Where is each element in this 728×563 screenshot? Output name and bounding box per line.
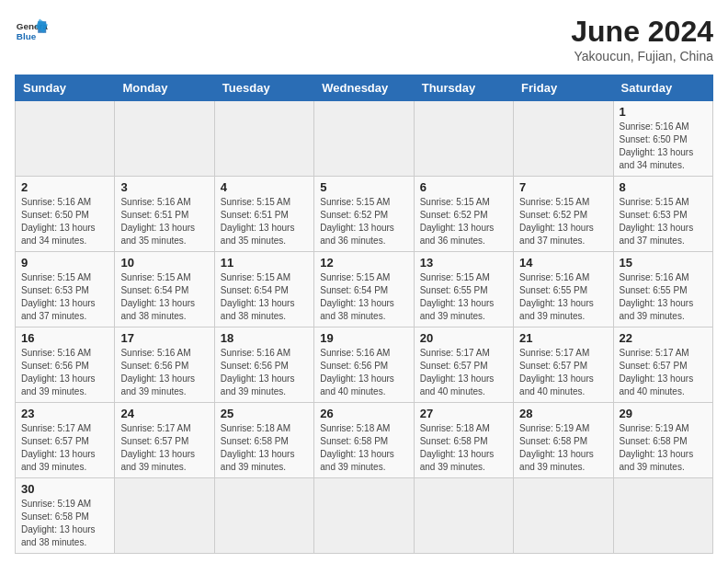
calendar-cell bbox=[414, 478, 513, 554]
weekday-header-monday: Monday bbox=[115, 75, 214, 101]
day-detail: Sunrise: 5:16 AM Sunset: 6:56 PM Dayligh… bbox=[221, 347, 308, 398]
day-number: 4 bbox=[221, 180, 308, 194]
calendar-cell: 3Sunrise: 5:16 AM Sunset: 6:51 PM Daylig… bbox=[115, 177, 214, 252]
day-number: 16 bbox=[21, 331, 108, 345]
day-detail: Sunrise: 5:16 AM Sunset: 6:50 PM Dayligh… bbox=[620, 121, 707, 172]
day-detail: Sunrise: 5:17 AM Sunset: 6:57 PM Dayligh… bbox=[519, 347, 607, 398]
day-detail: Sunrise: 5:15 AM Sunset: 6:52 PM Dayligh… bbox=[320, 196, 407, 247]
calendar-cell: 5Sunrise: 5:15 AM Sunset: 6:52 PM Daylig… bbox=[314, 177, 414, 252]
day-number: 14 bbox=[519, 256, 607, 270]
day-number: 2 bbox=[21, 180, 108, 194]
day-number: 17 bbox=[120, 331, 208, 345]
day-number: 25 bbox=[221, 407, 308, 420]
day-number: 5 bbox=[320, 180, 407, 194]
day-number: 11 bbox=[221, 256, 308, 270]
day-number: 24 bbox=[120, 407, 208, 420]
calendar-cell: 17Sunrise: 5:16 AM Sunset: 6:56 PM Dayli… bbox=[115, 327, 214, 403]
day-number: 27 bbox=[420, 407, 507, 420]
day-number: 29 bbox=[620, 407, 707, 420]
calendar-cell: 21Sunrise: 5:17 AM Sunset: 6:57 PM Dayli… bbox=[514, 327, 613, 403]
day-detail: Sunrise: 5:16 AM Sunset: 6:55 PM Dayligh… bbox=[519, 271, 607, 323]
svg-text:Blue: Blue bbox=[17, 31, 37, 41]
weekday-header-friday: Friday bbox=[514, 75, 613, 101]
day-detail: Sunrise: 5:16 AM Sunset: 6:56 PM Dayligh… bbox=[320, 347, 407, 398]
calendar-cell bbox=[514, 478, 613, 554]
calendar-cell bbox=[115, 101, 214, 177]
calendar-cell: 9Sunrise: 5:15 AM Sunset: 6:53 PM Daylig… bbox=[16, 252, 115, 327]
calendar-cell bbox=[314, 101, 414, 177]
calendar-cell: 19Sunrise: 5:16 AM Sunset: 6:56 PM Dayli… bbox=[314, 327, 414, 403]
calendar-cell: 22Sunrise: 5:17 AM Sunset: 6:57 PM Dayli… bbox=[613, 327, 712, 403]
calendar-cell: 16Sunrise: 5:16 AM Sunset: 6:56 PM Dayli… bbox=[16, 327, 115, 403]
day-detail: Sunrise: 5:19 AM Sunset: 6:58 PM Dayligh… bbox=[21, 498, 108, 549]
calendar-cell bbox=[514, 101, 613, 177]
calendar-cell: 23Sunrise: 5:17 AM Sunset: 6:57 PM Dayli… bbox=[16, 403, 115, 478]
calendar-cell: 27Sunrise: 5:18 AM Sunset: 6:58 PM Dayli… bbox=[414, 403, 513, 478]
weekday-header-row: SundayMondayTuesdayWednesdayThursdayFrid… bbox=[16, 75, 713, 101]
day-number: 1 bbox=[620, 105, 707, 119]
day-detail: Sunrise: 5:15 AM Sunset: 6:51 PM Dayligh… bbox=[221, 196, 308, 247]
calendar-cell: 7Sunrise: 5:15 AM Sunset: 6:52 PM Daylig… bbox=[514, 177, 613, 252]
day-number: 23 bbox=[21, 407, 108, 420]
day-detail: Sunrise: 5:19 AM Sunset: 6:58 PM Dayligh… bbox=[620, 422, 707, 474]
week-row-1: 1Sunrise: 5:16 AM Sunset: 6:50 PM Daylig… bbox=[16, 101, 713, 177]
day-detail: Sunrise: 5:19 AM Sunset: 6:58 PM Dayligh… bbox=[519, 422, 607, 474]
calendar-cell: 13Sunrise: 5:15 AM Sunset: 6:55 PM Dayli… bbox=[414, 252, 513, 327]
weekday-header-wednesday: Wednesday bbox=[314, 75, 414, 101]
calendar-cell bbox=[16, 101, 115, 177]
day-number: 28 bbox=[519, 407, 607, 420]
calendar-cell: 4Sunrise: 5:15 AM Sunset: 6:51 PM Daylig… bbox=[214, 177, 313, 252]
calendar-table: SundayMondayTuesdayWednesdayThursdayFrid… bbox=[15, 75, 713, 554]
day-number: 19 bbox=[320, 331, 407, 345]
day-number: 3 bbox=[120, 180, 208, 194]
day-detail: Sunrise: 5:16 AM Sunset: 6:51 PM Dayligh… bbox=[120, 196, 208, 247]
calendar-cell: 18Sunrise: 5:16 AM Sunset: 6:56 PM Dayli… bbox=[214, 327, 313, 403]
day-detail: Sunrise: 5:15 AM Sunset: 6:52 PM Dayligh… bbox=[519, 196, 607, 247]
calendar-cell: 30Sunrise: 5:19 AM Sunset: 6:58 PM Dayli… bbox=[16, 478, 115, 554]
day-detail: Sunrise: 5:15 AM Sunset: 6:54 PM Dayligh… bbox=[320, 271, 407, 323]
weekday-header-sunday: Sunday bbox=[16, 75, 115, 101]
calendar-cell: 10Sunrise: 5:15 AM Sunset: 6:54 PM Dayli… bbox=[115, 252, 214, 327]
calendar-cell: 6Sunrise: 5:15 AM Sunset: 6:52 PM Daylig… bbox=[414, 177, 513, 252]
day-detail: Sunrise: 5:18 AM Sunset: 6:58 PM Dayligh… bbox=[320, 422, 407, 474]
calendar-cell bbox=[214, 101, 313, 177]
calendar-title: June 2024 bbox=[571, 15, 713, 49]
calendar-cell bbox=[613, 478, 712, 554]
day-number: 9 bbox=[21, 256, 108, 270]
day-detail: Sunrise: 5:15 AM Sunset: 6:53 PM Dayligh… bbox=[620, 196, 707, 247]
weekday-header-saturday: Saturday bbox=[613, 75, 712, 101]
day-detail: Sunrise: 5:17 AM Sunset: 6:57 PM Dayligh… bbox=[120, 422, 208, 474]
calendar-cell bbox=[115, 478, 214, 554]
calendar-cell: 24Sunrise: 5:17 AM Sunset: 6:57 PM Dayli… bbox=[115, 403, 214, 478]
week-row-4: 16Sunrise: 5:16 AM Sunset: 6:56 PM Dayli… bbox=[16, 327, 713, 403]
day-detail: Sunrise: 5:15 AM Sunset: 6:53 PM Dayligh… bbox=[21, 271, 108, 323]
day-number: 12 bbox=[320, 256, 407, 270]
logo: General Blue bbox=[15, 15, 48, 48]
week-row-6: 30Sunrise: 5:19 AM Sunset: 6:58 PM Dayli… bbox=[16, 478, 713, 554]
day-number: 21 bbox=[519, 331, 607, 345]
generalblue-logo-icon: General Blue bbox=[15, 15, 48, 48]
week-row-5: 23Sunrise: 5:17 AM Sunset: 6:57 PM Dayli… bbox=[16, 403, 713, 478]
day-detail: Sunrise: 5:15 AM Sunset: 6:54 PM Dayligh… bbox=[120, 271, 208, 323]
day-number: 20 bbox=[420, 331, 507, 345]
day-number: 26 bbox=[320, 407, 407, 420]
calendar-cell: 14Sunrise: 5:16 AM Sunset: 6:55 PM Dayli… bbox=[514, 252, 613, 327]
day-detail: Sunrise: 5:17 AM Sunset: 6:57 PM Dayligh… bbox=[21, 422, 108, 474]
day-number: 15 bbox=[620, 256, 707, 270]
day-detail: Sunrise: 5:16 AM Sunset: 6:56 PM Dayligh… bbox=[120, 347, 208, 398]
calendar-cell: 26Sunrise: 5:18 AM Sunset: 6:58 PM Dayli… bbox=[314, 403, 414, 478]
day-detail: Sunrise: 5:18 AM Sunset: 6:58 PM Dayligh… bbox=[221, 422, 308, 474]
day-number: 13 bbox=[420, 256, 507, 270]
day-number: 8 bbox=[620, 180, 707, 194]
calendar-cell: 15Sunrise: 5:16 AM Sunset: 6:55 PM Dayli… bbox=[613, 252, 712, 327]
day-number: 30 bbox=[21, 482, 108, 496]
calendar-subtitle: Yakoucun, Fujian, China bbox=[571, 49, 713, 63]
day-detail: Sunrise: 5:15 AM Sunset: 6:52 PM Dayligh… bbox=[420, 196, 507, 247]
calendar-cell: 29Sunrise: 5:19 AM Sunset: 6:58 PM Dayli… bbox=[613, 403, 712, 478]
day-detail: Sunrise: 5:16 AM Sunset: 6:55 PM Dayligh… bbox=[620, 271, 707, 323]
day-number: 6 bbox=[420, 180, 507, 194]
calendar-cell bbox=[214, 478, 313, 554]
day-number: 18 bbox=[221, 331, 308, 345]
calendar-cell: 1Sunrise: 5:16 AM Sunset: 6:50 PM Daylig… bbox=[613, 101, 712, 177]
calendar-cell: 28Sunrise: 5:19 AM Sunset: 6:58 PM Dayli… bbox=[514, 403, 613, 478]
